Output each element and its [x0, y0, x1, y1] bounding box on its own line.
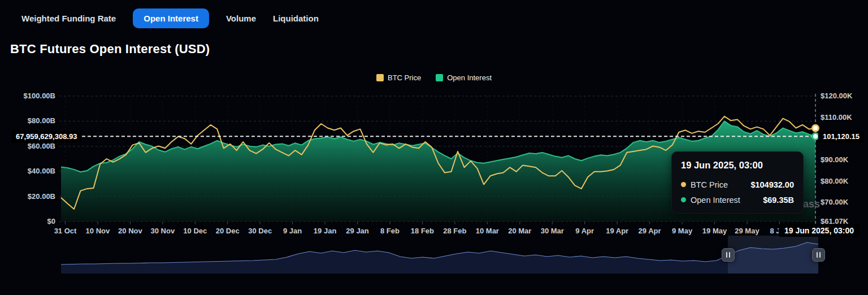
tooltip-label: Open Interest — [691, 196, 740, 205]
navigator-left-handle[interactable] — [722, 248, 735, 262]
y-axis-label: $70.00K — [821, 198, 848, 206]
navigator-right-handle[interactable] — [812, 248, 825, 262]
y-axis-label: $60.00B — [0, 142, 55, 150]
open-interest-dot-icon — [681, 197, 686, 202]
open-interest-last-dot — [813, 133, 819, 140]
tab-volume[interactable]: Volume — [226, 8, 256, 28]
tooltip-row-btc-price: BTC Price $104932.00 — [681, 177, 794, 192]
x-axis-label: 29 Jan — [346, 227, 368, 235]
x-axis-label: 31 Oct — [54, 227, 77, 235]
x-axis-label: 10 Nov — [86, 227, 110, 235]
pause-bar-icon — [726, 252, 727, 258]
pause-bar-icon — [817, 252, 818, 258]
legend-label-open-interest: Open Interest — [447, 73, 492, 82]
x-axis-label: 9 May — [672, 227, 692, 235]
x-axis-label: 20 Dec — [216, 227, 240, 235]
tab-weighted-funding-rate[interactable]: Weighted Funding Rate — [21, 8, 116, 28]
x-axis-label: 9 Jan — [283, 227, 302, 235]
x-axis-label: 18 Feb — [411, 227, 434, 235]
y-axis-label: $20.00B — [0, 192, 55, 201]
legend-item-open-interest[interactable]: Open Interest — [436, 73, 492, 82]
tab-bar: Weighted Funding Rate Open Interest Volu… — [21, 8, 319, 28]
x-axis-label: 30 Nov — [151, 227, 175, 235]
btc-price-dot-icon — [681, 182, 686, 187]
x-axis-label: 10 Mar — [476, 227, 499, 235]
y-axis-label: $90.00K — [821, 155, 848, 164]
price-current-value-badge: 101,120.15 — [818, 131, 864, 143]
x-axis-label: 19 May — [702, 227, 727, 235]
y-axis-label: $80.00K — [821, 177, 848, 185]
pause-bar-icon — [729, 252, 730, 258]
watermark: ass — [803, 198, 820, 210]
page-title: BTC Futures Open Interest (USD) — [10, 42, 210, 57]
x-axis-label: 8 Feb — [380, 227, 400, 235]
tooltip-value: $69.35B — [763, 196, 794, 205]
legend-item-btc-price[interactable]: BTC Price — [376, 73, 421, 82]
y-axis-label: $40.00B — [0, 167, 55, 175]
x-axis-label: 29 Apr — [639, 227, 661, 235]
btc-price-swatch-icon — [376, 74, 384, 81]
chart-legend: BTC Price Open Interest — [0, 73, 868, 82]
x-axis-label: 29 May — [735, 227, 759, 235]
crosshair-date-badge: 19 Jun 2025, 03:00 — [779, 224, 860, 237]
open-interest-dashboard: Weighted Funding Rate Open Interest Volu… — [0, 0, 868, 295]
y-axis-label: $0 — [0, 217, 55, 225]
tooltip-date: 19 Jun 2025, 03:00 — [681, 160, 794, 171]
x-axis-label: 20 Nov — [118, 227, 142, 235]
oi-current-value-badge: 67,959,629,308.93 — [11, 131, 81, 143]
y-axis-label: $100.00B — [0, 92, 55, 100]
chart-tooltip: 19 Jun 2025, 03:00 BTC Price $104932.00 … — [671, 151, 804, 214]
tooltip-label: BTC Price — [691, 180, 728, 189]
navigator[interactable] — [61, 236, 818, 274]
x-axis-label: 19 Apr — [606, 227, 628, 235]
legend-label-btc-price: BTC Price — [388, 73, 421, 82]
x-axis-label: 20 Mar — [508, 227, 531, 235]
open-interest-swatch-icon — [436, 74, 443, 81]
btc-price-last-dot — [813, 125, 819, 131]
x-axis-label: 10 Dec — [183, 227, 207, 235]
x-axis-label: 19 Jan — [314, 227, 336, 235]
pause-bar-icon — [819, 252, 821, 258]
x-axis-label: 28 Feb — [443, 227, 466, 235]
tab-open-interest[interactable]: Open Interest — [133, 8, 209, 28]
x-axis-label: 30 Mar — [541, 227, 564, 235]
y-axis-label: $80.00B — [0, 116, 55, 125]
tooltip-row-open-interest: Open Interest $69.35B — [681, 192, 794, 207]
y-axis-label: $120.00K — [821, 92, 852, 100]
tooltip-value: $104932.00 — [750, 180, 794, 189]
tab-liquidation[interactable]: Liquidation — [273, 8, 319, 28]
y-axis-label: $110.00K — [821, 113, 852, 122]
x-axis-label: 30 Dec — [248, 227, 272, 235]
x-axis-label: 9 Apr — [575, 227, 594, 235]
